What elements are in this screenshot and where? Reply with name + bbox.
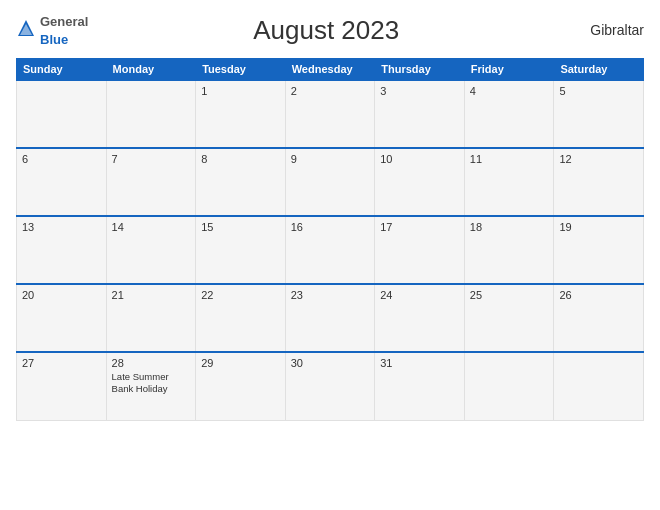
logo-icon [16, 18, 36, 42]
col-saturday: Saturday [554, 59, 644, 81]
day-number: 12 [559, 153, 571, 165]
table-row: 22 [196, 284, 286, 352]
day-number: 6 [22, 153, 28, 165]
calendar-week-row: 2728Late Summer Bank Holiday293031 [17, 352, 644, 420]
day-number: 15 [201, 221, 213, 233]
table-row: 7 [106, 148, 196, 216]
calendar-week-row: 12345 [17, 80, 644, 148]
day-number: 23 [291, 289, 303, 301]
calendar-header: General Blue August 2023 Gibraltar [16, 12, 644, 48]
table-row: 23 [285, 284, 375, 352]
day-number: 10 [380, 153, 392, 165]
table-row: 14 [106, 216, 196, 284]
day-number: 25 [470, 289, 482, 301]
day-number: 9 [291, 153, 297, 165]
table-row: 18 [464, 216, 554, 284]
day-number: 17 [380, 221, 392, 233]
table-row: 1 [196, 80, 286, 148]
table-row: 26 [554, 284, 644, 352]
day-number: 18 [470, 221, 482, 233]
calendar-week-row: 6789101112 [17, 148, 644, 216]
day-number: 29 [201, 357, 213, 369]
calendar-table: Sunday Monday Tuesday Wednesday Thursday… [16, 58, 644, 421]
logo-general-text: General [40, 14, 88, 29]
day-number: 3 [380, 85, 386, 97]
table-row [106, 80, 196, 148]
table-row: 9 [285, 148, 375, 216]
table-row: 29 [196, 352, 286, 420]
table-row: 25 [464, 284, 554, 352]
day-number: 1 [201, 85, 207, 97]
day-number: 21 [112, 289, 124, 301]
calendar-title: August 2023 [88, 15, 564, 46]
table-row: 3 [375, 80, 465, 148]
day-number: 16 [291, 221, 303, 233]
day-number: 2 [291, 85, 297, 97]
day-number: 28 [112, 357, 124, 369]
day-number: 26 [559, 289, 571, 301]
calendar-week-row: 20212223242526 [17, 284, 644, 352]
calendar-location: Gibraltar [564, 22, 644, 38]
table-row: 8 [196, 148, 286, 216]
day-number: 30 [291, 357, 303, 369]
empty-cell [17, 80, 107, 148]
table-row: 6 [17, 148, 107, 216]
table-row: 5 [554, 80, 644, 148]
col-monday: Monday [106, 59, 196, 81]
calendar-page: General Blue August 2023 Gibraltar Sunda… [0, 0, 660, 510]
day-number: 14 [112, 221, 124, 233]
table-row [554, 352, 644, 420]
table-row: 27 [17, 352, 107, 420]
col-thursday: Thursday [375, 59, 465, 81]
table-row: 21 [106, 284, 196, 352]
table-row: 17 [375, 216, 465, 284]
day-number: 8 [201, 153, 207, 165]
day-number: 24 [380, 289, 392, 301]
table-row: 20 [17, 284, 107, 352]
col-wednesday: Wednesday [285, 59, 375, 81]
table-row: 10 [375, 148, 465, 216]
table-row [464, 352, 554, 420]
table-row: 2 [285, 80, 375, 148]
day-number: 7 [112, 153, 118, 165]
day-number: 22 [201, 289, 213, 301]
day-number: 4 [470, 85, 476, 97]
col-sunday: Sunday [17, 59, 107, 81]
day-number: 27 [22, 357, 34, 369]
event-label: Late Summer Bank Holiday [112, 371, 191, 396]
table-row: 28Late Summer Bank Holiday [106, 352, 196, 420]
table-row: 4 [464, 80, 554, 148]
day-header-row: Sunday Monday Tuesday Wednesday Thursday… [17, 59, 644, 81]
day-number: 19 [559, 221, 571, 233]
table-row: 24 [375, 284, 465, 352]
day-number: 20 [22, 289, 34, 301]
col-friday: Friday [464, 59, 554, 81]
table-row: 13 [17, 216, 107, 284]
table-row: 19 [554, 216, 644, 284]
table-row: 30 [285, 352, 375, 420]
table-row: 12 [554, 148, 644, 216]
day-number: 11 [470, 153, 482, 165]
logo: General Blue [16, 12, 88, 48]
table-row: 11 [464, 148, 554, 216]
calendar-week-row: 13141516171819 [17, 216, 644, 284]
day-number: 31 [380, 357, 392, 369]
col-tuesday: Tuesday [196, 59, 286, 81]
table-row: 16 [285, 216, 375, 284]
table-row: 15 [196, 216, 286, 284]
day-number: 13 [22, 221, 34, 233]
logo-blue-text: Blue [40, 32, 68, 47]
day-number: 5 [559, 85, 565, 97]
table-row: 31 [375, 352, 465, 420]
